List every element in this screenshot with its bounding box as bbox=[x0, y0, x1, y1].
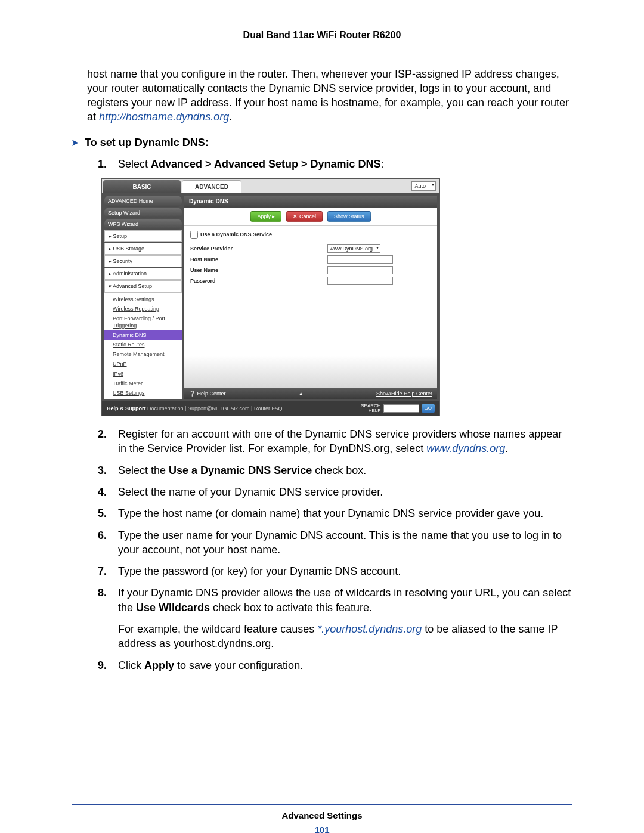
host-name-input[interactable] bbox=[327, 255, 393, 264]
form-area: Use a Dynamic DNS Service Service Provid… bbox=[184, 226, 437, 388]
sidebar: ADVANCED Home Setup Wizard WPS Wizard ▸ … bbox=[104, 196, 182, 399]
tab-bar: BASIC ADVANCED Auto bbox=[102, 179, 439, 193]
search-help-input[interactable] bbox=[383, 404, 419, 413]
sub-usb-settings[interactable]: USB Settings bbox=[104, 388, 182, 398]
show-status-button[interactable]: Show Status bbox=[327, 211, 371, 222]
section-title: To set up Dynamic DNS: bbox=[85, 135, 209, 150]
sidebar-advanced-home[interactable]: ADVANCED Home bbox=[104, 196, 182, 206]
panel-title: Dynamic DNS bbox=[184, 196, 437, 208]
sub-ipv6[interactable]: IPv6 bbox=[104, 369, 182, 379]
step-number: 1. bbox=[98, 157, 112, 171]
service-provider-label: Service Provider bbox=[190, 245, 327, 252]
step3-c: check box. bbox=[312, 465, 366, 476]
step6-text: Type the user name for your Dynamic DNS … bbox=[118, 528, 572, 558]
cancel-button[interactable]: ✕ Cancel bbox=[286, 211, 323, 222]
step-number: 4. bbox=[98, 485, 112, 499]
step4-text: Select the name of your Dynamic DNS serv… bbox=[118, 485, 572, 499]
step5-text: Type the host name (or domain name) that… bbox=[118, 506, 572, 521]
step-list-cont: 2. Register for an account with one of t… bbox=[98, 427, 572, 615]
step-number: 8. bbox=[98, 586, 112, 615]
password-input[interactable] bbox=[327, 277, 393, 285]
auto-dropdown[interactable]: Auto bbox=[411, 181, 436, 191]
step1-c: : bbox=[380, 158, 383, 170]
step1-path: Advanced > Advanced Setup > Dynamic DNS bbox=[151, 158, 380, 170]
step-number: 9. bbox=[98, 658, 112, 673]
router-screenshot: BASIC ADVANCED Auto ADVANCED Home Setup … bbox=[101, 178, 440, 416]
service-provider-select[interactable]: www.DynDNS.org bbox=[327, 244, 380, 253]
step9-b: Apply bbox=[144, 659, 174, 671]
sidebar-advanced-setup[interactable]: ▾ Advanced Setup bbox=[104, 280, 182, 292]
step3-b: Use a Dynamic DNS Service bbox=[169, 465, 312, 476]
step8-b: Use Wildcards bbox=[136, 602, 210, 614]
button-row: Apply ▸ ✕ Cancel Show Status bbox=[184, 208, 437, 226]
apply-button[interactable]: Apply ▸ bbox=[250, 211, 281, 222]
sidebar-sublist: Wireless Settings Wireless Repeating Por… bbox=[104, 293, 182, 400]
use-ddns-row: Use a Dynamic DNS Service bbox=[190, 230, 431, 240]
step8-example: For example, the wildcard feature causes… bbox=[118, 622, 572, 651]
help-center-button[interactable]: ❔ Help Center bbox=[189, 390, 226, 397]
step-list-end: 9. Click Apply to save your configuratio… bbox=[98, 658, 572, 673]
step-number: 7. bbox=[98, 564, 112, 578]
step-1: 1. Select Advanced > Advanced Setup > Dy… bbox=[98, 157, 572, 171]
help-support-label: Help & Support bbox=[107, 405, 146, 411]
step3-a: Select the bbox=[118, 465, 169, 476]
tab-advanced[interactable]: ADVANCED bbox=[182, 180, 242, 193]
step-list: 1. Select Advanced > Advanced Setup > Dy… bbox=[98, 157, 572, 171]
step2-b: . bbox=[505, 442, 508, 454]
use-ddns-checkbox[interactable] bbox=[190, 231, 198, 239]
go-button[interactable]: GO bbox=[422, 404, 435, 413]
sub-remote-management[interactable]: Remote Management bbox=[104, 349, 182, 359]
step-number: 5. bbox=[98, 506, 112, 521]
intro-text-b: . bbox=[229, 111, 232, 123]
sidebar-setup-wizard[interactable]: Setup Wizard bbox=[104, 208, 182, 218]
host-name-label: Host Name bbox=[190, 256, 327, 263]
step9-c: to save your configuration. bbox=[174, 659, 303, 671]
step-3: 3. Select the Use a Dynamic DNS Service … bbox=[98, 463, 572, 478]
sidebar-wps-wizard[interactable]: WPS Wizard bbox=[104, 219, 182, 230]
footer-rule bbox=[72, 804, 572, 805]
section-heading: ➤ To set up Dynamic DNS: bbox=[72, 135, 572, 150]
sidebar-setup[interactable]: ▸ Setup bbox=[104, 230, 182, 242]
user-name-label: User Name bbox=[190, 267, 327, 274]
step2-link[interactable]: www.dyndns.org bbox=[426, 442, 505, 454]
step-6: 6. Type the user name for your Dynamic D… bbox=[98, 528, 572, 558]
intro-link[interactable]: http://hostname.dyndns.org bbox=[99, 111, 229, 123]
step1-a: Select bbox=[118, 158, 151, 170]
step-4: 4. Select the name of your Dynamic DNS s… bbox=[98, 485, 572, 499]
sub-port-forwarding[interactable]: Port Forwarding / Port Triggering bbox=[104, 314, 182, 330]
step-9: 9. Click Apply to save your configuratio… bbox=[98, 658, 572, 673]
step8p-a: For example, the wildcard feature causes bbox=[118, 623, 317, 635]
sub-dynamic-dns[interactable]: Dynamic DNS bbox=[104, 330, 182, 340]
step8p-link: *.yourhost.dyndns.org bbox=[317, 623, 422, 635]
arrow-icon: ➤ bbox=[72, 137, 79, 148]
use-ddns-label: Use a Dynamic DNS Service bbox=[200, 231, 272, 238]
main-panel: Dynamic DNS Apply ▸ ✕ Cancel Show Status… bbox=[184, 196, 437, 399]
expand-icon[interactable]: ▲ bbox=[298, 390, 304, 397]
toggle-help-link[interactable]: Show/Hide Help Center bbox=[376, 390, 432, 397]
sidebar-administration[interactable]: ▸ Administration bbox=[104, 268, 182, 280]
step-number: 2. bbox=[98, 427, 112, 456]
tab-basic[interactable]: BASIC bbox=[103, 180, 181, 193]
step-8: 8. If your Dynamic DNS provider allows t… bbox=[98, 586, 572, 615]
sub-upnp[interactable]: UPnP bbox=[104, 359, 182, 368]
step-2: 2. Register for an account with one of t… bbox=[98, 427, 572, 456]
sub-traffic-meter[interactable]: Traffic Meter bbox=[104, 379, 182, 388]
sub-static-routes[interactable]: Static Routes bbox=[104, 340, 182, 349]
sub-wireless-settings[interactable]: Wireless Settings bbox=[104, 295, 182, 304]
step7-text: Type the password (or key) for your Dyna… bbox=[118, 564, 572, 578]
page-number: 101 bbox=[72, 824, 572, 833]
user-name-input[interactable] bbox=[327, 266, 393, 274]
footer-section: Advanced Settings bbox=[72, 810, 572, 822]
step-number: 3. bbox=[98, 463, 112, 478]
doc-header: Dual Band 11ac WiFi Router R6200 bbox=[72, 29, 572, 42]
password-label: Password bbox=[190, 277, 327, 284]
sidebar-usb-storage[interactable]: ▸ USB Storage bbox=[104, 243, 182, 255]
help-support-links[interactable]: Documentation | Support@NETGEAR.com | Ro… bbox=[146, 405, 283, 411]
sidebar-security[interactable]: ▸ Security bbox=[104, 255, 182, 267]
sub-wireless-repeating[interactable]: Wireless Repeating bbox=[104, 304, 182, 314]
help-bar: ❔ Help Center ▲ Show/Hide Help Center bbox=[184, 388, 437, 399]
step9-a: Click bbox=[118, 659, 144, 671]
step-7: 7. Type the password (or key) for your D… bbox=[98, 564, 572, 578]
search-help-label: SEARCHHELP bbox=[361, 404, 380, 413]
step-number: 6. bbox=[98, 528, 112, 558]
